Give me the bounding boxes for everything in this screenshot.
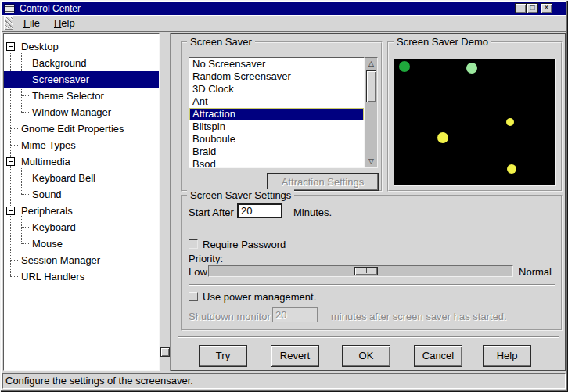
attraction-settings-button: Attraction Settings: [267, 173, 379, 191]
tree-item-keyboard-bell[interactable]: Keyboard Bell: [4, 170, 159, 186]
maximize-button[interactable]: □: [527, 3, 538, 13]
tree-connector: [10, 276, 18, 277]
menu-help[interactable]: Help: [47, 15, 82, 31]
shutdown-monitor-suffix-label: minutes after screen saver has started.: [331, 311, 507, 322]
minutes-label: Minutes.: [293, 207, 332, 218]
screensaver-group: Screen Saver No ScreensaverRandom Screen…: [181, 41, 383, 192]
settings-group-label: Screen Saver Settings: [187, 189, 294, 201]
tree-connector: [21, 243, 29, 244]
tree-item-label: Mime Types: [21, 139, 76, 151]
tree-collapse-icon[interactable]: [6, 157, 15, 166]
power-management-checkbox[interactable]: [189, 292, 198, 301]
window-menu-icon[interactable]: [4, 4, 15, 13]
tree-connector: [21, 178, 29, 178]
close-button[interactable]: ×: [541, 3, 552, 13]
demo-particle-dot: [507, 164, 516, 174]
tree-item-keyboard[interactable]: Keyboard: [4, 219, 159, 236]
demo-group: Screen Saver Demo: [387, 41, 563, 192]
tree-item-multimedia[interactable]: Multimedia: [4, 153, 159, 170]
demo-particle-dot: [399, 61, 410, 72]
tree-item-background[interactable]: Background: [4, 55, 159, 71]
scrollbar-thumb[interactable]: [366, 70, 376, 102]
tree-collapse-icon[interactable]: [6, 42, 15, 51]
list-item-braid[interactable]: Braid: [189, 146, 364, 158]
require-password-label[interactable]: Require Password: [203, 239, 286, 250]
scroll-down-icon[interactable]: ▽: [365, 156, 377, 167]
settings-group: Screen Saver Settings Start After Minute…: [181, 195, 563, 331]
tree-item-label: Multimedia: [21, 156, 70, 167]
list-item-bsod[interactable]: Bsod: [189, 158, 364, 168]
priority-slider-thumb[interactable]: [354, 267, 378, 275]
buttons-separator: [178, 336, 559, 338]
statusbar: Configure the settings of the screensave…: [2, 373, 566, 389]
ok-button[interactable]: OK: [342, 345, 390, 367]
tree-collapse-icon[interactable]: [6, 207, 15, 215]
screensaver-list: No ScreensaverRandom Screensaver3D Clock…: [189, 57, 365, 168]
control-center-window: Control Center _□× FileHelp DesktopBackg…: [0, 0, 568, 392]
tree-item-label: Desktop: [21, 41, 59, 52]
priority-low-label: Low: [189, 266, 207, 278]
start-after-input[interactable]: [237, 203, 282, 218]
titlebar[interactable]: Control Center _□×: [2, 2, 566, 15]
tree-item-label: Sound: [32, 189, 62, 200]
minimize-button[interactable]: _: [515, 3, 527, 13]
list-item-ant[interactable]: Ant: [189, 95, 364, 108]
tree-item-label: Screensaver: [32, 74, 89, 85]
priority-slider[interactable]: [208, 265, 513, 277]
screensaver-demo-preview: [394, 59, 556, 186]
tree-item-label: Window Manager: [32, 106, 111, 118]
revert-button[interactable]: Revert: [271, 345, 319, 367]
tree-connector: [10, 260, 18, 261]
pane-divider[interactable]: [160, 33, 171, 371]
tree-item-mouse[interactable]: Mouse: [4, 236, 159, 252]
shutdown-monitor-input: [272, 307, 318, 322]
window-title: Control Center: [20, 3, 81, 14]
demo-particle-dot: [466, 63, 477, 74]
tree-item-gnome-edit-properties[interactable]: Gnome Edit Properties: [4, 120, 159, 137]
tree-item-url-handlers[interactable]: URL Handlers: [4, 268, 159, 285]
try-button[interactable]: Try: [199, 345, 247, 367]
screensaver-group-label: Screen Saver: [187, 36, 255, 48]
tree-item-desktop[interactable]: Desktop: [4, 38, 159, 55]
tree-item-peripherals[interactable]: Peripherals: [4, 203, 159, 219]
settings-separator: [189, 284, 555, 286]
tree-item-label: Peripherals: [21, 205, 73, 217]
tree-connector: [21, 227, 29, 228]
capplet-panel: Screen Saver No ScreensaverRandom Screen…: [171, 33, 566, 371]
list-item-attraction[interactable]: Attraction: [189, 108, 364, 120]
category-tree: DesktopBackgroundScreensaverTheme Select…: [3, 33, 160, 371]
menubar-drag-handle[interactable]: [4, 16, 13, 30]
require-password-checkbox[interactable]: [189, 239, 198, 249]
menu-file[interactable]: File: [16, 15, 47, 31]
help-button[interactable]: Help: [483, 345, 531, 367]
tree-item-theme-selector[interactable]: Theme Selector: [4, 88, 159, 104]
list-item-3d-clock[interactable]: 3D Clock: [189, 83, 364, 95]
tree-item-label: Theme Selector: [32, 90, 104, 102]
start-after-label: Start After: [189, 207, 234, 218]
list-item-bouboule[interactable]: Bouboule: [189, 133, 364, 146]
menubar: FileHelp: [2, 15, 566, 31]
list-item-no-screensaver[interactable]: No Screensaver: [189, 58, 364, 70]
tree-item-session-manager[interactable]: Session Manager: [4, 252, 159, 268]
tree-item-label: Session Manager: [21, 254, 100, 266]
list-item-blitspin[interactable]: Blitspin: [189, 120, 364, 133]
pane-divider-handle[interactable]: [160, 347, 170, 357]
scroll-up-icon[interactable]: △: [365, 58, 377, 70]
demo-particle-dot: [506, 118, 514, 126]
cancel-button[interactable]: Cancel: [414, 345, 462, 367]
tree-item-mime-types[interactable]: Mime Types: [4, 137, 159, 153]
tree-connector: [21, 63, 29, 63]
statusbar-text: Configure the settings of the screensave…: [5, 375, 193, 387]
tree-connector: [21, 112, 29, 113]
tree-item-screensaver[interactable]: Screensaver: [4, 71, 159, 88]
list-item-random-screensaver[interactable]: Random Screensaver: [189, 70, 364, 83]
power-management-label[interactable]: Use power management.: [203, 291, 316, 303]
tree-item-label: Background: [32, 57, 86, 69]
tree-connector: [10, 128, 18, 129]
tree-item-sound[interactable]: Sound: [4, 186, 159, 203]
priority-normal-label: Normal: [519, 266, 552, 278]
tree-item-window-manager[interactable]: Window Manager: [4, 104, 159, 120]
tree-connector: [10, 145, 18, 146]
screensaver-list-scrollbar[interactable]: △ ▽: [365, 57, 378, 168]
tree-connector: [21, 194, 29, 195]
